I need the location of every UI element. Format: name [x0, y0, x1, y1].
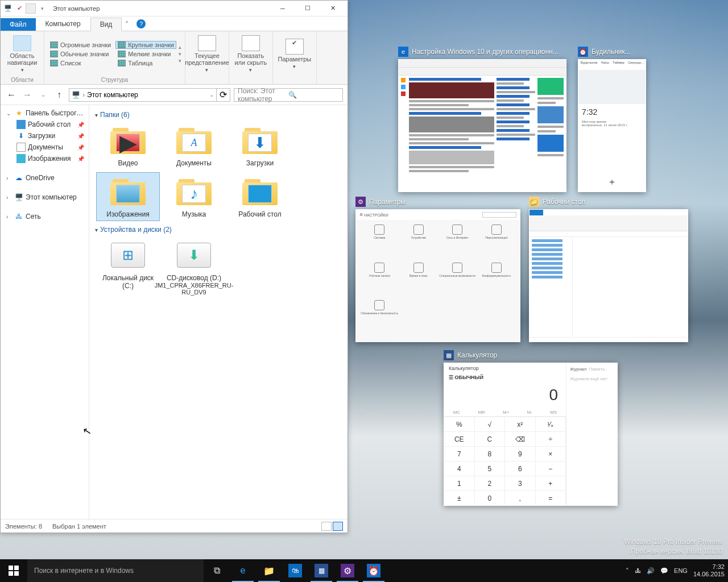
taskview-calculator[interactable]: ▦Калькулятор Калькулятор ☰ ОБЫЧНЫЙ 0 MCM… — [444, 350, 618, 506]
taskbar-calculator[interactable]: ▦ — [308, 559, 334, 582]
drive-c[interactable]: ⊞Локальный диск (C:) — [96, 236, 160, 298]
qat-caret-icon[interactable]: ▾ — [37, 3, 47, 14]
scroll-down-icon[interactable]: ▾ — [179, 51, 181, 57]
forward-button[interactable]: → — [21, 89, 34, 101]
calc-key: − — [536, 461, 566, 476]
path-input[interactable]: 🖥️ › Этот компьютер ⌄ — [69, 88, 217, 102]
notifications-icon[interactable]: 💬 — [660, 567, 668, 575]
taskbar-explorer[interactable]: 📁 — [256, 559, 282, 582]
maximize-button[interactable]: ☐ — [295, 1, 320, 16]
volume-icon[interactable]: 🔊 — [647, 567, 655, 575]
layout-small[interactable]: Мелкие значки — [115, 50, 176, 58]
drive-d[interactable]: ⬇CD-дисковод (D:)JM1_CPRA_X86FRER_RU-RU_… — [162, 236, 226, 298]
settings-item: Время и язык — [400, 263, 438, 300]
taskbar-store[interactable]: 🛍 — [282, 559, 308, 582]
calc-key: CE — [444, 431, 475, 446]
up-button[interactable]: ↑ — [53, 89, 65, 101]
system-tray: ˄ 🖧 🔊 💬 ENG 7:3214.06.2015 — [622, 563, 728, 577]
tab-computer[interactable]: Компьютер — [36, 17, 90, 31]
taskview-browser[interactable]: eНастройка Windows 10 и других операцион… — [398, 47, 566, 192]
folder-music[interactable]: ♪Музыка — [162, 172, 226, 221]
settings-item: Устройства — [400, 225, 438, 261]
nav-tree: ⌄★Панель быстрого доступа Рабочий стол📌 … — [1, 105, 89, 519]
calc-key: 2 — [475, 476, 506, 490]
help-icon[interactable]: ? — [136, 19, 146, 28]
taskview-settings[interactable]: ⚙Параметры ⚙ НАСТРОЙКИ СистемаУстройства… — [355, 197, 520, 342]
section-devices[interactable]: Устройства и диски (2) — [95, 226, 342, 234]
calc-key: % — [444, 417, 475, 431]
nav-pane-button[interactable]: Область навигации▾ — [4, 35, 40, 73]
search-input[interactable]: Поиск: Этот компьютер🔍 — [234, 88, 343, 102]
tree-this-pc[interactable]: ›🖥️Этот компьютер — [1, 192, 89, 203]
qat-props-icon[interactable]: ✔ — [14, 3, 24, 14]
dropdown-icon[interactable]: ⌄ — [209, 92, 214, 98]
folder-pictures[interactable]: Изображения — [96, 172, 160, 221]
folder-downloads[interactable]: ⬇Загрузки — [228, 121, 292, 170]
ribbon-collapse-icon[interactable]: ˄ — [122, 18, 132, 31]
taskview-alarms[interactable]: ⏰Будильник... БудильникЧасыТаймерСекундо… — [578, 47, 646, 192]
view-icons-button[interactable] — [333, 522, 343, 531]
recent-caret-icon[interactable]: ⌄ — [37, 89, 49, 101]
qat-new-folder-icon[interactable] — [26, 3, 36, 14]
options-button[interactable]: ✔Параметры▾ — [276, 39, 313, 69]
current-view-button[interactable]: Текущее представление▾ — [189, 35, 225, 73]
taskview-explorer[interactable]: 📁Рабочий стол — [529, 197, 688, 342]
clock[interactable]: 7:3214.06.2015 — [693, 563, 725, 577]
start-button[interactable] — [0, 559, 27, 582]
ribbon-tabs: Файл Компьютер Вид ˄ ? — [1, 16, 348, 31]
settings-item: Специальные возможности — [439, 263, 477, 300]
layout-extra-large[interactable]: Огромные значки — [48, 41, 113, 49]
tab-file[interactable]: Файл — [1, 18, 36, 31]
taskbar-search[interactable]: Поиск в интернете и в Windows — [27, 559, 204, 582]
desktop: 🖥️ ✔ ▾ Этот компьютер ─ ☐ ✕ Файл Компьют… — [0, 0, 728, 582]
tree-network[interactable]: ›🖧Сеть — [1, 211, 89, 222]
minimize-button[interactable]: ─ — [270, 1, 295, 16]
layout-medium[interactable]: Обычные значки — [48, 50, 113, 58]
language-indicator[interactable]: ENG — [674, 567, 688, 574]
calc-key: 1 — [444, 476, 475, 490]
folder-desktop[interactable]: Рабочий стол — [228, 172, 292, 221]
scroll-more-icon[interactable]: ▾ — [179, 58, 181, 64]
section-folders[interactable]: Папки (6) — [95, 111, 342, 119]
tree-downloads[interactable]: ⬇Загрузки📌 — [1, 130, 89, 142]
refresh-button[interactable]: ⟳ — [217, 88, 230, 102]
taskbar-edge[interactable]: e — [230, 559, 256, 582]
calc-key: 6 — [505, 461, 536, 476]
calc-key: ⌫ — [505, 431, 536, 446]
computer-icon: 🖥️ — [3, 3, 13, 14]
layout-list[interactable]: Список — [48, 59, 113, 67]
settings-item: Обновление и безопасность — [361, 300, 399, 337]
tab-view[interactable]: Вид — [90, 18, 122, 31]
search-icon: 🔍 — [288, 91, 339, 99]
folder-documents[interactable]: AДокументы — [162, 121, 226, 170]
show-hide-button[interactable]: Показать или скрыть▾ — [233, 35, 269, 73]
scroll-up-icon[interactable]: ▴ — [179, 44, 181, 50]
layout-table[interactable]: Таблица — [115, 59, 176, 67]
calc-key: 3 — [505, 476, 536, 490]
task-view-button[interactable]: ⧉ — [204, 559, 230, 582]
status-selected: Выбран 1 элемент — [52, 523, 106, 530]
content-area: Папки (6) ▶Видео AДокументы ⬇Загрузки Из… — [89, 105, 348, 519]
taskbar-settings[interactable]: ⚙ — [334, 559, 361, 582]
taskbar-alarms[interactable]: ⏰ — [361, 559, 387, 582]
view-details-button[interactable] — [321, 522, 332, 531]
layout-large[interactable]: Крупные значки — [115, 41, 176, 49]
calc-key: 5 — [475, 461, 506, 476]
tree-onedrive[interactable]: ›☁OneDrive — [1, 172, 89, 184]
back-button[interactable]: ← — [5, 89, 18, 101]
tray-expand-icon[interactable]: ˄ — [626, 567, 629, 575]
close-button[interactable]: ✕ — [320, 1, 345, 16]
settings-item: Сеть и Интернет — [439, 225, 477, 261]
taskbar: Поиск в интернете и в Windows ⧉ e 📁 🛍 ▦ … — [0, 559, 728, 582]
file-explorer-window: 🖥️ ✔ ▾ Этот компьютер ─ ☐ ✕ Файл Компьют… — [0, 0, 348, 533]
calc-key: ÷ — [536, 431, 566, 446]
tree-documents[interactable]: Документы📌 — [1, 142, 89, 153]
calc-key: 4 — [444, 461, 475, 476]
folder-video[interactable]: ▶Видео — [96, 121, 160, 170]
network-icon[interactable]: 🖧 — [635, 567, 641, 574]
tree-desktop[interactable]: Рабочий стол📌 — [1, 119, 89, 130]
calc-key: = — [536, 490, 566, 505]
tree-quick-access[interactable]: ⌄★Панель быстрого доступа — [1, 107, 89, 119]
tree-pictures[interactable]: Изображения📌 — [1, 153, 89, 164]
calc-key: ± — [444, 490, 475, 505]
